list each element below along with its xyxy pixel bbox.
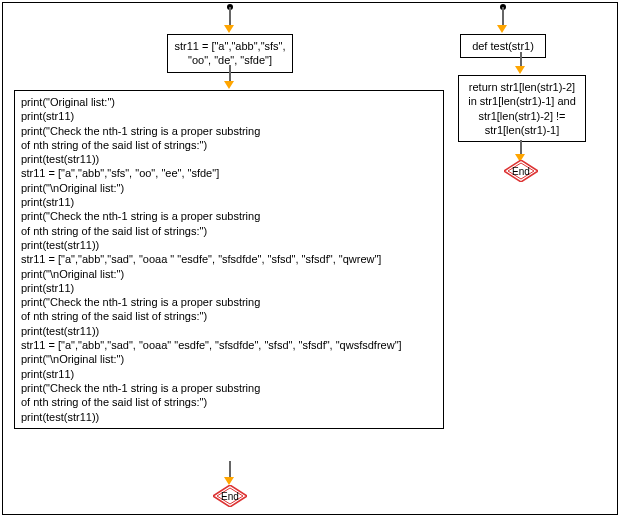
code-line: print(test(str11)): [21, 324, 437, 338]
code-line: print(str11): [21, 367, 437, 381]
code-line: of nth string of the said list of string…: [21, 138, 437, 152]
code-line: print("Check the nth-1 string is a prope…: [21, 124, 437, 138]
code-line: print("Check the nth-1 string is a prope…: [21, 381, 437, 395]
code-line: of nth string of the said list of string…: [21, 309, 437, 323]
code-line: of nth string of the said list of string…: [21, 395, 437, 409]
code-line: return str1[len(str1)-2]: [465, 80, 579, 94]
code-line: str1[len(str1)-1]: [465, 123, 579, 137]
code-line: print("Check the nth-1 string is a prope…: [21, 209, 437, 223]
end-label: End: [221, 491, 239, 502]
arrow-head-icon: [224, 477, 234, 485]
code-line: print(str11): [21, 281, 437, 295]
arrow-line: [229, 7, 231, 27]
end-terminator-left: End: [213, 485, 247, 507]
code-line: print("Original list:"): [21, 95, 437, 109]
main-code-box: print("Original list:") print(str11) pri…: [14, 90, 444, 429]
end-terminator-right: End: [504, 160, 538, 182]
code-line: str1[len(str1)-2] !=: [465, 109, 579, 123]
code-line: of nth string of the said list of string…: [21, 224, 437, 238]
arrow-line: [502, 7, 504, 27]
code-line: str11 = ["a","abb","sad", "ooaa" "esdfe"…: [21, 338, 437, 352]
code-line: print(test(str11)): [21, 238, 437, 252]
code-line: def test(str1): [467, 39, 539, 53]
code-line: str11 = ["a","abb","sad", "ooaa " "esdfe…: [21, 252, 437, 266]
code-line: print("\nOriginal list:"): [21, 181, 437, 195]
arrow-head-icon: [224, 81, 234, 89]
return-box: return str1[len(str1)-2] in str1[len(str…: [458, 75, 586, 142]
code-line: str11 = ["a","abb","sfs", "oo", "ee", "s…: [21, 166, 437, 180]
end-label: End: [512, 166, 530, 177]
code-line: print("\nOriginal list:"): [21, 267, 437, 281]
code-line: print(test(str11)): [21, 410, 437, 424]
code-line: print("\nOriginal list:"): [21, 352, 437, 366]
code-line: print("Check the nth-1 string is a prope…: [21, 295, 437, 309]
code-line: print(str11): [21, 109, 437, 123]
arrow-head-icon: [515, 66, 525, 74]
code-line: in str1[len(str1)-1] and: [465, 94, 579, 108]
arrow-head-icon: [497, 25, 507, 33]
code-line: str11 = ["a","abb","sfs",: [174, 39, 286, 53]
code-line: print(test(str11)): [21, 152, 437, 166]
code-line: print(str11): [21, 195, 437, 209]
def-box: def test(str1): [460, 34, 546, 58]
arrow-head-icon: [224, 25, 234, 33]
